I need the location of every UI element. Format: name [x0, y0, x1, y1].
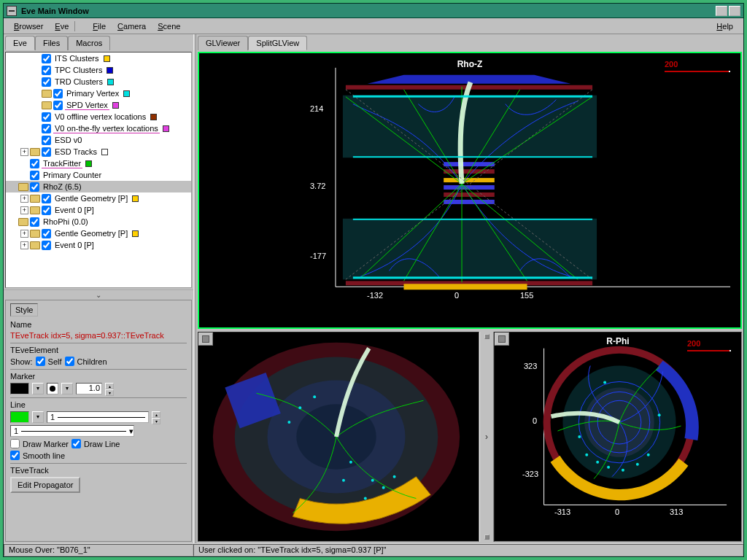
tree-item[interactable]: TPC Clusters	[6, 64, 191, 76]
visibility-check[interactable]	[42, 66, 51, 75]
svg-rect-11	[444, 185, 495, 190]
svg-point-59	[658, 413, 661, 416]
menu-file[interactable]: File	[87, 20, 112, 32]
tree-item[interactable]: +Gentle Geometry [P]	[6, 192, 191, 204]
svg-point-35	[371, 479, 374, 482]
visibility-check[interactable]	[42, 112, 51, 122]
visibility-check[interactable]	[42, 124, 51, 133]
visibility-check[interactable]	[42, 147, 51, 157]
svg-point-56	[585, 454, 588, 456]
menubar: Browser Eve File Camera Scene Help	[4, 18, 743, 34]
visibility-check[interactable]	[42, 77, 51, 87]
tevetrack-label: TEveTrack	[10, 466, 49, 475]
tree-item[interactable]: SPD Vertex	[6, 99, 191, 111]
menu-browser[interactable]: Browser	[8, 20, 49, 32]
scene-tree[interactable]: ITS ClustersTPC ClustersTRD ClustersPrim…	[5, 52, 192, 288]
svg-point-54	[622, 469, 624, 472]
tab-files[interactable]: Files	[35, 36, 68, 50]
tab-macros[interactable]: Macros	[68, 36, 110, 50]
folder-icon	[30, 230, 40, 238]
tree-item[interactable]: RhoPhi (0.0)	[6, 216, 191, 228]
menu-help[interactable]: Help	[711, 20, 739, 32]
visibility-check[interactable]	[42, 194, 51, 203]
menu-scene[interactable]: Scene	[152, 20, 186, 32]
tab-splitglview[interactable]: SplitGLView	[248, 36, 307, 50]
folder-icon	[30, 148, 40, 156]
tree-item[interactable]: +Event 0 [P]	[6, 239, 191, 251]
tree-item[interactable]: V0 offline vertex locations	[6, 111, 191, 122]
name-value: TEveTrack idx=5, sigma=0.937::TEveTrack	[10, 331, 187, 340]
splitter-sub[interactable]	[479, 332, 494, 542]
visibility-check[interactable]	[53, 101, 63, 110]
maximize-button[interactable]	[729, 6, 740, 16]
line-width-select[interactable]: 1	[47, 411, 149, 423]
marker-shape-drop[interactable]: ▾	[61, 383, 73, 394]
tree-item[interactable]: Primary Counter	[6, 169, 191, 181]
window-title: Eve Main Window	[21, 7, 716, 15]
svg-rect-7	[403, 284, 527, 289]
folder-icon	[30, 241, 40, 249]
visibility-check[interactable]	[30, 171, 39, 180]
tree-item[interactable]: +Gentle Geometry [P]	[6, 228, 191, 239]
color-swatch	[163, 125, 169, 132]
color-swatch	[123, 90, 130, 97]
draw-line-check[interactable]	[71, 439, 81, 448]
folder-icon	[42, 90, 52, 98]
marker-size-input[interactable]: 1.0	[76, 383, 102, 394]
line-style-select[interactable]: 1▾	[10, 425, 134, 437]
marker-color-swatch[interactable]	[10, 383, 29, 394]
tab-glviewer[interactable]: GLViewer	[198, 36, 248, 50]
visibility-check[interactable]	[53, 89, 63, 98]
menu-eve[interactable]: Eve	[49, 20, 74, 32]
visibility-check[interactable]	[42, 229, 51, 238]
smooth-line-check[interactable]	[10, 451, 20, 460]
line-width-spin[interactable]: ▴▾	[152, 411, 160, 423]
sys-menu-icon[interactable]	[7, 6, 17, 16]
show-self-check[interactable]	[36, 357, 45, 366]
marker-label: Marker	[10, 372, 35, 381]
tree-item[interactable]: TRD Clusters	[6, 76, 191, 88]
viewport-rphi[interactable]: R-Phi 200 323 0 -323 -313 0 313	[494, 332, 742, 542]
edit-propagator-button[interactable]: Edit Propagator	[10, 477, 80, 493]
line-color-swatch[interactable]	[10, 411, 29, 423]
show-children-check[interactable]	[65, 357, 74, 366]
tree-item[interactable]: ESD v0	[6, 134, 191, 146]
tab-eve[interactable]: Eve	[5, 36, 35, 50]
viewport-3d[interactable]	[198, 332, 479, 542]
tree-item[interactable]: V0 on-the-fly vertex locations	[6, 122, 191, 134]
tree-item[interactable]: TrackFitter	[6, 158, 191, 169]
svg-point-39	[313, 395, 316, 398]
svg-point-36	[382, 486, 385, 489]
svg-point-41	[349, 461, 352, 464]
draw-marker-check[interactable]	[10, 439, 20, 448]
svg-rect-29	[353, 276, 592, 279]
marker-color-drop[interactable]: ▾	[32, 383, 44, 394]
marker-shape[interactable]	[47, 383, 58, 394]
viewport-rhoz[interactable]: Rho-Z 200 214 3.72 -177 -132 0 155	[198, 52, 742, 329]
minimize-button[interactable]	[716, 6, 727, 16]
line-color-drop[interactable]: ▾	[32, 411, 44, 423]
visibility-check[interactable]	[42, 54, 51, 63]
visibility-check[interactable]	[30, 159, 39, 168]
tree-item[interactable]: ITS Clusters	[6, 52, 191, 64]
tab-style[interactable]: Style	[10, 303, 38, 316]
tree-item[interactable]: +Event 0 [P]	[6, 204, 191, 216]
visibility-check[interactable]	[42, 136, 51, 145]
svg-point-40	[287, 421, 290, 424]
tree-item[interactable]: +ESD Tracks	[6, 146, 191, 158]
visibility-check[interactable]	[42, 206, 51, 215]
svg-rect-2	[343, 96, 597, 158]
visibility-check[interactable]	[30, 182, 39, 192]
tree-item[interactable]: Primary Vertex	[6, 88, 191, 99]
color-swatch	[132, 230, 139, 237]
marker-size-spin[interactable]: ▴▾	[105, 383, 114, 394]
folder-icon	[18, 183, 28, 191]
svg-point-43	[364, 497, 367, 500]
visibility-check[interactable]	[42, 241, 51, 250]
visibility-check[interactable]	[30, 217, 39, 227]
tree-item[interactable]: RhoZ (6.5)	[6, 181, 191, 192]
menu-camera[interactable]: Camera	[112, 20, 152, 32]
color-swatch	[104, 55, 110, 62]
folder-icon	[30, 195, 40, 203]
color-swatch	[107, 79, 114, 85]
